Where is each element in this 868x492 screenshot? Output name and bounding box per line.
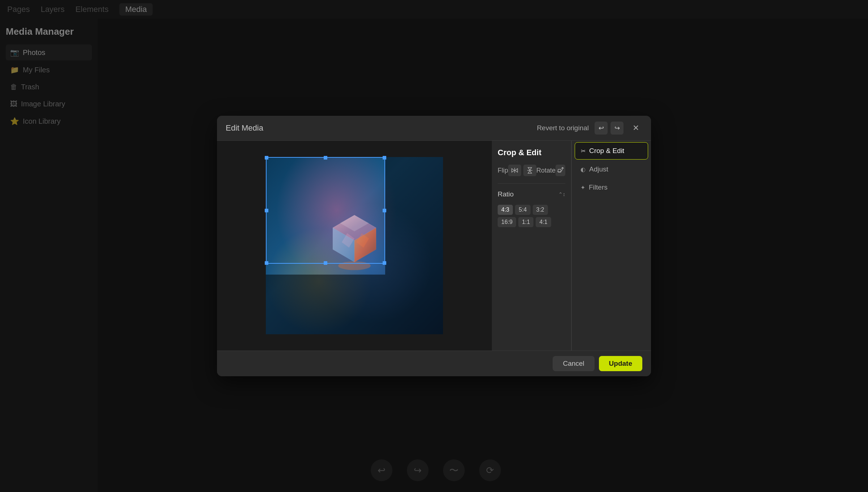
crop-handle-bottom-left[interactable]: [265, 261, 268, 265]
update-button[interactable]: Update: [599, 356, 642, 371]
undo-redo-group: ↩ ↪: [595, 122, 624, 135]
modal-right-panel: ✂ Crop & Edit ◐ Adjust ✦ Filters: [571, 141, 651, 351]
modal-body: Crop & Edit Flip: [217, 141, 651, 351]
flip-h-icon: [511, 167, 518, 173]
cancel-button[interactable]: Cancel: [553, 356, 594, 371]
crop-handle-mid-left[interactable]: [265, 209, 268, 212]
flip-v-icon: [527, 167, 533, 174]
crop-handle-top-mid[interactable]: [324, 156, 327, 160]
crop-overlay-bottom: [266, 275, 443, 334]
divider-1: [498, 183, 565, 184]
undo-button[interactable]: ↩: [595, 122, 608, 135]
adjust-label: Adjust: [589, 165, 608, 173]
svg-point-4: [338, 262, 371, 270]
flip-rotate-row: Flip Rotate: [498, 165, 565, 176]
image-preview: [266, 157, 443, 334]
tools-panel: ✂ Crop & Edit ◐ Adjust ✦ Filters: [572, 141, 651, 351]
filters-icon: ✦: [580, 184, 585, 191]
crop-section-title: Crop & Edit: [498, 148, 565, 157]
modal-footer: Cancel Update: [217, 351, 651, 376]
tool-crop-edit[interactable]: ✂ Crop & Edit: [575, 142, 648, 160]
flip-buttons-group: [508, 165, 536, 176]
revert-to-original-button[interactable]: Revert to original: [537, 124, 589, 132]
ratio-4-3-button[interactable]: 4:3: [498, 205, 513, 215]
adjust-icon: ◐: [580, 166, 586, 173]
flip-label: Flip: [498, 167, 508, 174]
header-actions: Revert to original ↩ ↪ ✕: [537, 122, 642, 135]
modal-overlay: Edit Media Revert to original ↩ ↪ ✕: [0, 0, 868, 492]
tool-adjust[interactable]: ◐ Adjust: [575, 161, 648, 178]
rotate-button[interactable]: [556, 165, 565, 176]
crop-options-panel: Crop & Edit Flip: [492, 141, 571, 351]
ratio-4-1-button[interactable]: 4:1: [536, 217, 551, 227]
ratio-label: Ratio: [498, 190, 514, 198]
image-editing-area: [217, 141, 492, 351]
crystal-cube-image: [315, 204, 394, 284]
rotate-icon: [557, 167, 564, 174]
crop-handle-top-left[interactable]: [265, 156, 268, 160]
close-modal-button[interactable]: ✕: [629, 122, 642, 135]
ratio-1-1-button[interactable]: 1:1: [518, 217, 533, 227]
crop-edit-icon: ✂: [581, 148, 586, 154]
ratio-buttons-group: 4:3 5:4 3:2 16:9 1:1 4:1: [498, 205, 565, 227]
modal-header: Edit Media Revert to original ↩ ↪ ✕: [217, 116, 651, 141]
ratio-chevron-icon: ⌃↕: [558, 191, 565, 197]
ratio-3-2-button[interactable]: 3:2: [533, 205, 548, 215]
tool-filters[interactable]: ✦ Filters: [575, 179, 648, 196]
redo-button[interactable]: ↪: [610, 122, 624, 135]
crop-edit-label: Crop & Edit: [589, 147, 624, 155]
ratio-row[interactable]: Ratio ⌃↕: [498, 187, 565, 201]
filters-label: Filters: [589, 183, 608, 191]
flip-vertical-button[interactable]: [523, 165, 536, 176]
ratio-5-4-button[interactable]: 5:4: [515, 205, 530, 215]
crop-overlay-right: [385, 157, 443, 275]
modal-title: Edit Media: [226, 123, 263, 133]
edit-media-modal: Edit Media Revert to original ↩ ↪ ✕: [217, 116, 651, 376]
rotate-label: Rotate: [536, 167, 556, 174]
image-container: [266, 157, 443, 334]
ratio-16-9-button[interactable]: 16:9: [498, 217, 516, 227]
flip-horizontal-button[interactable]: [508, 165, 521, 176]
